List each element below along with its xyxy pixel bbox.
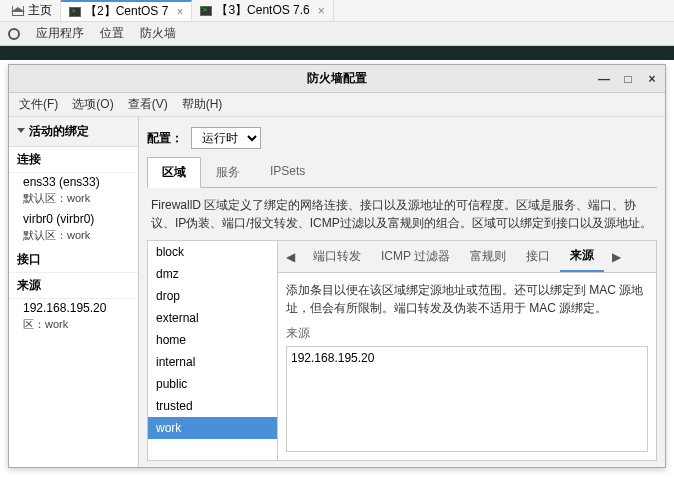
section-connections: 连接 <box>9 147 138 173</box>
close-icon: × <box>318 4 325 18</box>
host-tab-home[interactable]: 主页 <box>4 0 61 21</box>
zone-item-home[interactable]: home <box>148 329 277 351</box>
terminal-icon <box>69 7 81 17</box>
zone-list[interactable]: blockdmzdropexternalhomeinternalpublictr… <box>148 241 278 460</box>
gnome-places[interactable]: 位置 <box>100 25 124 42</box>
zone-detail: ◀ 端口转发 ICMP 过滤器 富规则 接口 来源 ▶ 添加条目以便在该区域绑定… <box>278 241 656 460</box>
zone-item-public[interactable]: public <box>148 373 277 395</box>
config-select[interactable]: 运行时 <box>191 127 261 149</box>
menu-help[interactable]: 帮助(H) <box>182 96 223 113</box>
maximize-button[interactable]: □ <box>621 72 635 86</box>
zone-item-internal[interactable]: internal <box>148 351 277 373</box>
bindings-header[interactable]: 活动的绑定 <box>9 117 138 147</box>
titlebar: 防火墙配置 — □ × <box>9 65 665 93</box>
gear-icon <box>8 28 20 40</box>
zone-item-dmz[interactable]: dmz <box>148 263 277 285</box>
host-tab-1[interactable]: 【2】CentOS 7× <box>61 0 192 21</box>
host-tab-2[interactable]: 【3】CentOS 7.6× <box>192 0 333 21</box>
conn-virbr0-zone: 默认区：work <box>9 228 138 247</box>
section-interfaces: 接口 <box>9 247 138 273</box>
sub-tab-src[interactable]: 来源 <box>560 241 604 272</box>
tab-zones[interactable]: 区域 <box>147 157 201 188</box>
sub-tab-icmp[interactable]: ICMP 过滤器 <box>371 242 460 271</box>
source-list[interactable]: 192.168.195.20 <box>286 346 648 452</box>
config-label: 配置： <box>147 130 183 147</box>
gnome-firewall[interactable]: 防火墙 <box>140 25 176 42</box>
detail-description: 添加条目以便在该区域绑定源地址或范围。还可以绑定到 MAC 源地址，但会有所限制… <box>278 273 656 325</box>
chevron-down-icon <box>17 128 25 137</box>
zone-description: FirewallD 区域定义了绑定的网络连接、接口以及源地址的可信程度。区域是服… <box>147 188 657 240</box>
host-tabs: 主页 【2】CentOS 7× 【3】CentOS 7.6× <box>0 0 674 22</box>
zone-tabs: 区域 服务 IPSets <box>147 157 657 188</box>
sub-tabs: ◀ 端口转发 ICMP 过滤器 富规则 接口 来源 ▶ <box>278 241 656 273</box>
firewall-window: 防火墙配置 — □ × 文件(F) 选项(O) 查看(V) 帮助(H) 活动的绑… <box>8 64 666 468</box>
bindings-pane: 活动的绑定 连接 ens33 (ens33) 默认区：work virbr0 (… <box>9 117 139 467</box>
menu-options[interactable]: 选项(O) <box>72 96 113 113</box>
scroll-right-icon[interactable]: ▶ <box>604 246 629 268</box>
source-column-header: 来源 <box>278 325 656 346</box>
minimize-button[interactable]: — <box>597 72 611 86</box>
desktop-strip <box>0 46 674 60</box>
zone-item-work[interactable]: work <box>148 417 277 439</box>
section-sources: 来源 <box>9 273 138 299</box>
scroll-left-icon[interactable]: ◀ <box>278 246 303 268</box>
source-entry[interactable]: 192.168.195.20 <box>291 351 643 365</box>
source-ip[interactable]: 192.168.195.20 <box>9 299 138 317</box>
menu-view[interactable]: 查看(V) <box>128 96 168 113</box>
menubar: 文件(F) 选项(O) 查看(V) 帮助(H) <box>9 93 665 117</box>
conn-ens33-zone: 默认区：work <box>9 191 138 210</box>
main-pane: 配置： 运行时 区域 服务 IPSets FirewallD 区域定义了绑定的网… <box>139 117 665 467</box>
zone-item-block[interactable]: block <box>148 241 277 263</box>
sub-tab-rich[interactable]: 富规则 <box>460 242 516 271</box>
conn-ens33[interactable]: ens33 (ens33) <box>9 173 138 191</box>
close-icon: × <box>176 5 183 19</box>
close-button[interactable]: × <box>645 72 659 86</box>
config-row: 配置： 运行时 <box>147 123 657 157</box>
terminal-icon <box>200 6 212 16</box>
sub-tab-portfwd[interactable]: 端口转发 <box>303 242 371 271</box>
zone-item-trusted[interactable]: trusted <box>148 395 277 417</box>
zone-item-external[interactable]: external <box>148 307 277 329</box>
window-title: 防火墙配置 <box>307 70 367 87</box>
zone-item-drop[interactable]: drop <box>148 285 277 307</box>
conn-virbr0[interactable]: virbr0 (virbr0) <box>9 210 138 228</box>
gnome-apps[interactable]: 应用程序 <box>36 25 84 42</box>
gnome-top-bar: 应用程序 位置 防火墙 <box>0 22 674 46</box>
source-zone: 区：work <box>9 317 138 336</box>
tab-ipsets[interactable]: IPSets <box>255 157 320 187</box>
home-icon <box>12 6 24 16</box>
menu-file[interactable]: 文件(F) <box>19 96 58 113</box>
tab-services[interactable]: 服务 <box>201 157 255 187</box>
sub-tab-iface[interactable]: 接口 <box>516 242 560 271</box>
